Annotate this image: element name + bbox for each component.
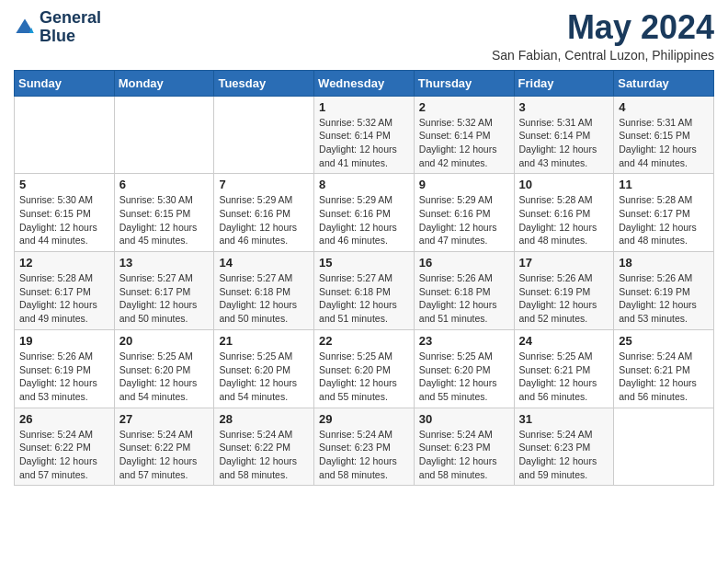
calendar-cell xyxy=(214,96,314,174)
calendar-cell: 17Sunrise: 5:26 AMSunset: 6:19 PMDayligh… xyxy=(514,252,614,330)
day-number: 13 xyxy=(119,256,210,270)
calendar-cell: 8Sunrise: 5:29 AMSunset: 6:16 PMDaylight… xyxy=(314,174,415,252)
day-number: 15 xyxy=(319,256,409,270)
logo: General Blue xyxy=(14,9,101,46)
calendar-week-2: 5Sunrise: 5:30 AMSunset: 6:15 PMDaylight… xyxy=(15,174,714,252)
day-info: Sunrise: 5:32 AMSunset: 6:14 PMDaylight:… xyxy=(419,116,509,170)
day-info: Sunrise: 5:24 AMSunset: 6:21 PMDaylight:… xyxy=(619,350,709,404)
day-info: Sunrise: 5:32 AMSunset: 6:14 PMDaylight:… xyxy=(319,116,409,170)
month-year: May 2024 xyxy=(492,9,714,46)
day-info: Sunrise: 5:27 AMSunset: 6:18 PMDaylight:… xyxy=(319,271,409,326)
day-number: 18 xyxy=(619,256,709,270)
day-info: Sunrise: 5:26 AMSunset: 6:19 PMDaylight:… xyxy=(619,271,709,326)
calendar-cell: 11Sunrise: 5:28 AMSunset: 6:17 PMDayligh… xyxy=(614,174,714,252)
calendar-cell: 14Sunrise: 5:27 AMSunset: 6:18 PMDayligh… xyxy=(214,252,314,330)
calendar-cell: 26Sunrise: 5:24 AMSunset: 6:22 PMDayligh… xyxy=(15,408,115,486)
day-info: Sunrise: 5:28 AMSunset: 6:17 PMDaylight:… xyxy=(19,271,109,326)
day-number: 10 xyxy=(519,178,609,191)
day-number: 4 xyxy=(619,100,709,114)
day-number: 7 xyxy=(219,178,309,191)
calendar-cell xyxy=(15,96,115,174)
weekday-header-monday: Monday xyxy=(114,70,214,96)
day-info: Sunrise: 5:29 AMSunset: 6:16 PMDaylight:… xyxy=(419,193,509,247)
calendar-cell: 18Sunrise: 5:26 AMSunset: 6:19 PMDayligh… xyxy=(614,252,714,330)
calendar-cell: 4Sunrise: 5:31 AMSunset: 6:15 PMDaylight… xyxy=(614,96,714,174)
day-info: Sunrise: 5:26 AMSunset: 6:19 PMDaylight:… xyxy=(519,271,609,326)
day-number: 21 xyxy=(219,334,309,348)
day-number: 2 xyxy=(419,100,509,114)
day-number: 19 xyxy=(19,334,109,348)
day-info: Sunrise: 5:25 AMSunset: 6:21 PMDaylight:… xyxy=(519,350,609,404)
day-number: 24 xyxy=(519,334,609,348)
day-number: 22 xyxy=(319,334,409,348)
weekday-header-wednesday: Wednesday xyxy=(314,70,415,96)
day-number: 6 xyxy=(119,178,210,191)
weekday-header-sunday: Sunday xyxy=(15,70,115,96)
day-info: Sunrise: 5:24 AMSunset: 6:22 PMDaylight:… xyxy=(219,428,309,482)
weekday-header-friday: Friday xyxy=(514,70,614,96)
weekday-header-row: SundayMondayTuesdayWednesdayThursdayFrid… xyxy=(15,70,714,96)
calendar-cell: 24Sunrise: 5:25 AMSunset: 6:21 PMDayligh… xyxy=(514,329,614,408)
calendar-cell: 19Sunrise: 5:26 AMSunset: 6:19 PMDayligh… xyxy=(15,329,115,408)
calendar-cell: 5Sunrise: 5:30 AMSunset: 6:15 PMDaylight… xyxy=(15,174,115,252)
weekday-header-tuesday: Tuesday xyxy=(214,70,314,96)
day-number: 9 xyxy=(419,178,509,191)
day-number: 27 xyxy=(119,412,210,426)
calendar-cell: 31Sunrise: 5:24 AMSunset: 6:23 PMDayligh… xyxy=(514,408,614,486)
day-info: Sunrise: 5:24 AMSunset: 6:23 PMDaylight:… xyxy=(519,428,609,482)
calendar-cell: 10Sunrise: 5:28 AMSunset: 6:16 PMDayligh… xyxy=(514,174,614,252)
calendar-cell: 13Sunrise: 5:27 AMSunset: 6:17 PMDayligh… xyxy=(114,252,214,330)
day-number: 1 xyxy=(319,100,409,114)
day-info: Sunrise: 5:29 AMSunset: 6:16 PMDaylight:… xyxy=(319,193,409,247)
day-number: 26 xyxy=(19,412,109,426)
day-number: 25 xyxy=(619,334,709,348)
calendar-cell: 20Sunrise: 5:25 AMSunset: 6:20 PMDayligh… xyxy=(114,329,214,408)
calendar-cell: 22Sunrise: 5:25 AMSunset: 6:20 PMDayligh… xyxy=(314,329,415,408)
calendar-week-4: 19Sunrise: 5:26 AMSunset: 6:19 PMDayligh… xyxy=(15,329,714,408)
day-number: 28 xyxy=(219,412,309,426)
day-info: Sunrise: 5:26 AMSunset: 6:19 PMDaylight:… xyxy=(19,350,109,404)
day-number: 11 xyxy=(619,178,709,191)
day-info: Sunrise: 5:24 AMSunset: 6:23 PMDaylight:… xyxy=(419,428,509,482)
day-info: Sunrise: 5:31 AMSunset: 6:14 PMDaylight:… xyxy=(519,116,609,170)
calendar-cell: 6Sunrise: 5:30 AMSunset: 6:15 PMDaylight… xyxy=(114,174,214,252)
calendar-week-5: 26Sunrise: 5:24 AMSunset: 6:22 PMDayligh… xyxy=(15,408,714,486)
day-info: Sunrise: 5:30 AMSunset: 6:15 PMDaylight:… xyxy=(19,193,109,247)
calendar-cell: 23Sunrise: 5:25 AMSunset: 6:20 PMDayligh… xyxy=(414,329,514,408)
calendar-body: 1Sunrise: 5:32 AMSunset: 6:14 PMDaylight… xyxy=(15,96,714,486)
day-info: Sunrise: 5:24 AMSunset: 6:22 PMDaylight:… xyxy=(119,428,210,482)
calendar-cell: 29Sunrise: 5:24 AMSunset: 6:23 PMDayligh… xyxy=(314,408,415,486)
day-info: Sunrise: 5:25 AMSunset: 6:20 PMDaylight:… xyxy=(319,350,409,404)
day-number: 8 xyxy=(319,178,409,191)
day-number: 30 xyxy=(419,412,509,426)
weekday-header-thursday: Thursday xyxy=(414,70,514,96)
title-block: May 2024 San Fabian, Central Luzon, Phil… xyxy=(492,9,714,63)
day-info: Sunrise: 5:25 AMSunset: 6:20 PMDaylight:… xyxy=(219,350,309,404)
day-info: Sunrise: 5:29 AMSunset: 6:16 PMDaylight:… xyxy=(219,193,309,247)
day-info: Sunrise: 5:24 AMSunset: 6:22 PMDaylight:… xyxy=(19,428,109,482)
weekday-header-saturday: Saturday xyxy=(614,70,714,96)
day-number: 29 xyxy=(319,412,409,426)
page-header: General Blue May 2024 San Fabian, Centra… xyxy=(14,9,714,63)
day-number: 5 xyxy=(19,178,109,191)
calendar-cell xyxy=(614,408,714,486)
day-number: 20 xyxy=(119,334,210,348)
logo-icon xyxy=(14,17,36,39)
logo-text: General Blue xyxy=(40,9,101,46)
day-number: 14 xyxy=(219,256,309,270)
calendar-cell: 30Sunrise: 5:24 AMSunset: 6:23 PMDayligh… xyxy=(414,408,514,486)
calendar-cell: 9Sunrise: 5:29 AMSunset: 6:16 PMDaylight… xyxy=(414,174,514,252)
calendar-week-1: 1Sunrise: 5:32 AMSunset: 6:14 PMDaylight… xyxy=(15,96,714,174)
day-number: 3 xyxy=(519,100,609,114)
day-info: Sunrise: 5:30 AMSunset: 6:15 PMDaylight:… xyxy=(119,193,210,247)
day-info: Sunrise: 5:31 AMSunset: 6:15 PMDaylight:… xyxy=(619,116,709,170)
day-number: 17 xyxy=(519,256,609,270)
calendar-cell: 25Sunrise: 5:24 AMSunset: 6:21 PMDayligh… xyxy=(614,329,714,408)
day-info: Sunrise: 5:25 AMSunset: 6:20 PMDaylight:… xyxy=(119,350,210,404)
calendar-table: SundayMondayTuesdayWednesdayThursdayFrid… xyxy=(14,70,714,487)
location: San Fabian, Central Luzon, Philippines xyxy=(492,48,714,63)
calendar-cell xyxy=(114,96,214,174)
day-number: 23 xyxy=(419,334,509,348)
day-info: Sunrise: 5:27 AMSunset: 6:18 PMDaylight:… xyxy=(219,271,309,326)
calendar-cell: 21Sunrise: 5:25 AMSunset: 6:20 PMDayligh… xyxy=(214,329,314,408)
